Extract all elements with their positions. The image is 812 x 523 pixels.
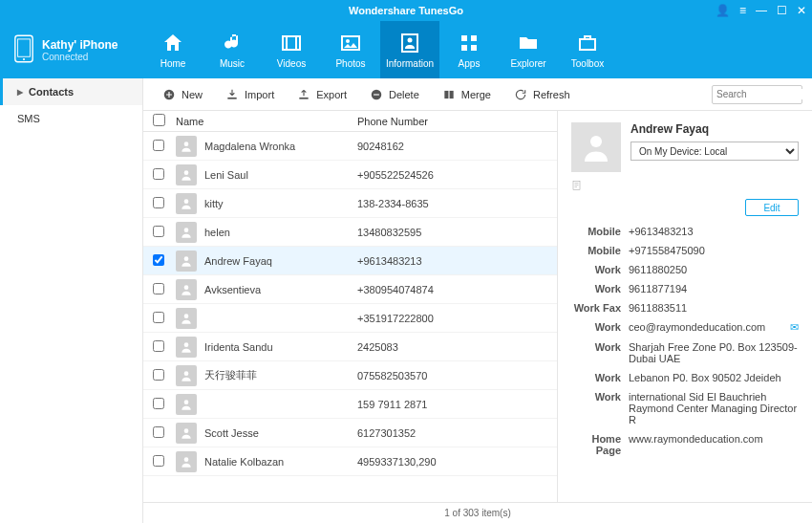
- contact-name: helen: [204, 227, 357, 238]
- row-checkbox[interactable]: [153, 312, 164, 323]
- table-row[interactable]: Leni Saul+905522524526: [143, 161, 557, 189]
- edit-button[interactable]: Edit: [745, 199, 799, 216]
- field-value: Sharjah Free Zone P0. Box 123509-Dubai U…: [629, 341, 799, 364]
- import-button[interactable]: Import: [216, 84, 284, 105]
- menu-icon[interactable]: ≡: [739, 4, 746, 17]
- title-bar: Wondershare TunesGo 👤 ≡ — ☐ ✕: [0, 0, 812, 21]
- tab-toolbox[interactable]: Toolbox: [558, 21, 617, 78]
- tab-apps[interactable]: Apps: [439, 21, 499, 78]
- table-row[interactable]: kitty138-2334-8635: [143, 189, 557, 218]
- tab-music[interactable]: Music: [203, 21, 262, 78]
- location-select[interactable]: On My Device: Local: [630, 142, 799, 161]
- field-label: Work Fax: [571, 302, 629, 314]
- svg-rect-11: [471, 35, 477, 41]
- field-value: +971558475090: [629, 245, 799, 256]
- detail-avatar: [571, 122, 621, 172]
- contact-phone: 159 7911 2871: [357, 399, 427, 410]
- search-input[interactable]: [716, 89, 812, 99]
- contact-phone: +905522524526: [357, 169, 434, 181]
- device-name: Kathy' iPhone: [42, 38, 118, 52]
- contact-name: Iridenta Sandu: [204, 341, 357, 353]
- row-checkbox[interactable]: [153, 226, 164, 237]
- contact-name: Scott Jesse: [204, 427, 357, 439]
- contact-phone: 2425083: [357, 341, 398, 353]
- new-button[interactable]: New: [153, 84, 212, 105]
- table-row[interactable]: Iridenta Sandu2425083: [143, 333, 557, 361]
- field-value: +9613483213: [629, 226, 799, 237]
- field-label: Work: [571, 372, 629, 383]
- avatar-icon: [176, 451, 197, 472]
- table-row[interactable]: Avksentieva+380954074874: [143, 275, 557, 304]
- maximize-icon[interactable]: ☐: [777, 4, 787, 17]
- sidebar-item-sms[interactable]: SMS: [0, 105, 142, 132]
- svg-rect-15: [585, 36, 590, 39]
- table-row[interactable]: Scott Jesse6127301352: [143, 419, 557, 447]
- app-title: Wondershare TunesGo: [349, 5, 463, 16]
- svg-rect-8: [402, 34, 417, 52]
- field-value: Lebanon P0. Box 90502 Jdeideh: [629, 372, 799, 383]
- row-checkbox[interactable]: [153, 398, 164, 409]
- col-phone[interactable]: Phone Number: [357, 116, 428, 127]
- sidebar-item-contacts[interactable]: ▶Contacts: [0, 78, 142, 105]
- contact-phone: 90248162: [357, 141, 404, 152]
- svg-point-7: [346, 39, 350, 43]
- table-row[interactable]: 天行骏菲菲075582503570: [143, 361, 557, 390]
- row-checkbox[interactable]: [153, 283, 164, 294]
- device-panel[interactable]: Kathy' iPhone Connected: [0, 21, 143, 78]
- field-label: Mobile: [571, 226, 629, 237]
- svg-point-23: [184, 170, 189, 175]
- field-label: Work: [571, 341, 629, 364]
- svg-rect-1: [18, 39, 31, 56]
- row-checkbox[interactable]: [153, 197, 164, 208]
- row-checkbox[interactable]: [153, 369, 164, 381]
- export-button[interactable]: Export: [288, 84, 356, 105]
- table-row[interactable]: Magdalena Wronka90248162: [143, 132, 557, 161]
- close-icon[interactable]: ✕: [797, 4, 806, 17]
- search-box[interactable]: [712, 85, 802, 104]
- avatar-icon: [176, 193, 197, 214]
- table-row[interactable]: +351917222800: [143, 304, 557, 333]
- field-label: Work: [571, 264, 629, 275]
- user-icon[interactable]: 👤: [716, 4, 730, 17]
- svg-point-24: [184, 199, 189, 204]
- avatar-icon: [176, 394, 197, 415]
- row-checkbox[interactable]: [153, 426, 164, 438]
- table-row[interactable]: Andrew Fayaq+9613483213: [143, 247, 557, 275]
- contact-name: Andrew Fayaq: [204, 255, 357, 267]
- tab-videos[interactable]: Videos: [262, 21, 321, 78]
- contact-phone: 4959337130,290: [357, 456, 437, 468]
- contact-phone: +380954074874: [357, 284, 434, 295]
- mail-icon[interactable]: ✉: [790, 321, 799, 334]
- svg-point-26: [184, 256, 189, 261]
- select-all-checkbox[interactable]: [153, 114, 165, 126]
- svg-point-29: [184, 342, 189, 347]
- tab-explorer[interactable]: Explorer: [499, 21, 558, 78]
- refresh-button[interactable]: Refresh: [504, 84, 580, 105]
- avatar-icon: [176, 222, 197, 243]
- table-row[interactable]: helen13480832595: [143, 218, 557, 247]
- contact-name: Magdalena Wronka: [204, 141, 357, 152]
- svg-point-27: [184, 285, 189, 290]
- detail-name: Andrew Fayaq: [630, 122, 799, 136]
- avatar-icon: [176, 279, 197, 300]
- merge-button[interactable]: Merge: [433, 84, 501, 105]
- tab-home[interactable]: Home: [143, 21, 203, 78]
- svg-rect-12: [461, 45, 467, 51]
- svg-point-25: [184, 228, 189, 232]
- svg-point-2: [23, 58, 25, 60]
- svg-rect-3: [283, 36, 300, 50]
- contact-list: Name Phone Number Magdalena Wronka902481…: [143, 111, 558, 502]
- detail-field: Work9611880250: [571, 264, 799, 275]
- tab-photos[interactable]: Photos: [321, 21, 380, 78]
- minimize-icon[interactable]: —: [756, 4, 767, 17]
- row-checkbox[interactable]: [153, 455, 164, 467]
- row-checkbox[interactable]: [153, 140, 164, 151]
- table-row[interactable]: 159 7911 2871: [143, 390, 557, 419]
- row-checkbox[interactable]: [153, 168, 164, 180]
- row-checkbox[interactable]: [153, 340, 164, 352]
- row-checkbox[interactable]: [153, 254, 164, 266]
- delete-button[interactable]: Delete: [360, 84, 429, 105]
- col-name[interactable]: Name: [176, 116, 357, 127]
- table-row[interactable]: Natalie Kolbazan4959337130,290: [143, 447, 557, 476]
- tab-information[interactable]: Information: [380, 21, 439, 78]
